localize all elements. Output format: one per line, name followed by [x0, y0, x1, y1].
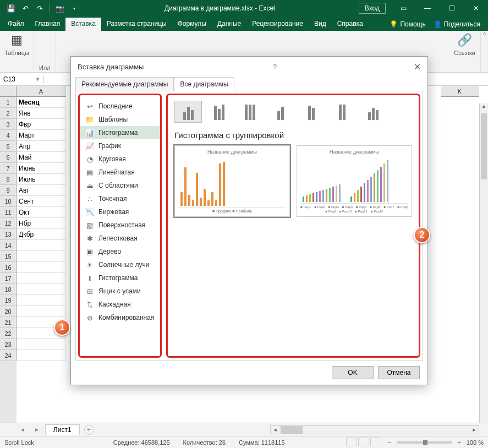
- chevron-down-icon[interactable]: ▼: [35, 77, 40, 82]
- col-header-A[interactable]: A: [17, 86, 66, 97]
- camera-icon[interactable]: 📷: [53, 2, 67, 15]
- zoom-level[interactable]: 100 %: [467, 439, 484, 446]
- ok-button[interactable]: OK: [332, 366, 374, 379]
- row-header[interactable]: 3: [0, 119, 17, 130]
- subtype-100-stacked-column[interactable]: [236, 101, 264, 123]
- row-header[interactable]: 8: [0, 174, 17, 185]
- tab-page-layout[interactable]: Разметка страницы: [101, 18, 172, 31]
- cell[interactable]: [17, 350, 66, 361]
- cell[interactable]: Апр: [17, 141, 66, 152]
- cell[interactable]: Май: [17, 152, 66, 163]
- select-all-corner[interactable]: [0, 86, 17, 97]
- row-header[interactable]: 6: [0, 152, 17, 163]
- chart-category-item[interactable]: ⛰С областями: [80, 179, 160, 192]
- row-header[interactable]: 4: [0, 130, 17, 141]
- chart-category-item[interactable]: ▣Дерево: [80, 245, 160, 258]
- cell[interactable]: [17, 295, 66, 306]
- cell[interactable]: Фвр: [17, 119, 66, 130]
- cell[interactable]: [17, 262, 66, 273]
- chart-category-item[interactable]: ▧Поверхностная: [80, 218, 160, 232]
- row-header[interactable]: 5: [0, 141, 17, 152]
- subtype-3d-stacked[interactable]: [298, 101, 325, 123]
- tab-insert[interactable]: Вставка: [65, 18, 101, 31]
- dialog-close-button[interactable]: ✕: [414, 62, 421, 72]
- view-buttons[interactable]: [346, 438, 382, 447]
- subtype-clustered-column[interactable]: [174, 101, 202, 123]
- row-header[interactable]: 2: [0, 108, 17, 119]
- sheet-nav-prev-icon[interactable]: ◄: [17, 427, 29, 433]
- undo-icon[interactable]: ↶: [19, 2, 32, 15]
- tab-view[interactable]: Вид: [309, 18, 332, 31]
- ribbon-group-illustrations[interactable]: Илл: [34, 31, 56, 72]
- tab-home[interactable]: Главная: [30, 18, 66, 31]
- chart-preview-2[interactable]: Название диаграммы ■ Ряд1■ Ряд2■ Ряд3■ Р…: [297, 145, 412, 217]
- horizontal-scrollbar[interactable]: ◄►: [270, 425, 479, 434]
- row-header[interactable]: 22: [0, 328, 17, 339]
- zoom-in-button[interactable]: +: [457, 439, 460, 446]
- cell[interactable]: Окт: [17, 207, 66, 218]
- chart-category-item[interactable]: ☀Солнечные лучи: [80, 258, 160, 271]
- tab-help[interactable]: Справка: [332, 18, 369, 31]
- col-header-K[interactable]: K: [441, 86, 479, 97]
- tell-me[interactable]: 💡Помощь: [390, 20, 425, 28]
- cell[interactable]: Июль: [17, 174, 66, 185]
- chart-category-item[interactable]: ✱Лепестковая: [80, 232, 160, 245]
- row-header[interactable]: 12: [0, 218, 17, 229]
- cell[interactable]: Дкбр: [17, 229, 66, 240]
- tab-review[interactable]: Рецензирование: [246, 18, 309, 31]
- cell[interactable]: Нбр: [17, 218, 66, 229]
- cell[interactable]: [17, 339, 66, 350]
- row-header[interactable]: 24: [0, 350, 17, 361]
- save-icon[interactable]: 💾: [4, 2, 18, 15]
- row-header[interactable]: 21: [0, 317, 17, 328]
- vertical-scrollbar[interactable]: ▲: [479, 103, 488, 423]
- row-header[interactable]: 23: [0, 339, 17, 350]
- cell[interactable]: [17, 284, 66, 295]
- name-box[interactable]: C13▼: [0, 75, 44, 83]
- sign-in-button[interactable]: Вход: [359, 3, 386, 14]
- chart-category-item[interactable]: ⊞Ящик с усами: [80, 285, 160, 298]
- chart-category-item[interactable]: ↩Последние: [80, 100, 160, 113]
- row-header[interactable]: 11: [0, 207, 17, 218]
- tab-all-charts[interactable]: Все диаграммы: [174, 77, 234, 91]
- chart-category-item[interactable]: 📈График: [80, 139, 160, 152]
- row-header[interactable]: 19: [0, 295, 17, 306]
- add-sheet-button[interactable]: +: [84, 425, 94, 435]
- tab-recommended-charts[interactable]: Рекомендуемые диаграммы: [75, 77, 174, 91]
- row-header[interactable]: 10: [0, 196, 17, 207]
- cell[interactable]: Авг: [17, 185, 66, 196]
- subtype-stacked-column[interactable]: [205, 101, 233, 123]
- row-header[interactable]: 14: [0, 240, 17, 251]
- row-header[interactable]: 9: [0, 185, 17, 196]
- cell[interactable]: [17, 251, 66, 262]
- row-header[interactable]: 7: [0, 163, 17, 174]
- cell[interactable]: Янв: [17, 108, 66, 119]
- row-header[interactable]: 1: [0, 97, 17, 108]
- ribbon-collapse-icon[interactable]: ^: [480, 31, 488, 72]
- sheet-tab[interactable]: Лист1: [45, 424, 80, 435]
- tab-data[interactable]: Данные: [212, 18, 246, 31]
- chart-category-item[interactable]: ∴Точечная: [80, 192, 160, 205]
- zoom-out-button[interactable]: −: [388, 439, 391, 446]
- minimize-button[interactable]: —: [415, 0, 440, 17]
- ribbon-display-icon[interactable]: ▭: [391, 0, 415, 17]
- cell[interactable]: [17, 240, 66, 251]
- cell[interactable]: Сент: [17, 196, 66, 207]
- cell[interactable]: Март: [17, 130, 66, 141]
- chart-category-item[interactable]: 📁Шаблоны: [80, 113, 160, 126]
- ribbon-group-links[interactable]: 🔗 Ссылки: [449, 31, 480, 72]
- redo-icon[interactable]: ↷: [33, 2, 46, 15]
- tab-file[interactable]: Файл: [2, 18, 30, 31]
- chart-category-item[interactable]: 📊Гистограмма: [80, 126, 160, 139]
- tab-formulas[interactable]: Формулы: [172, 18, 212, 31]
- subtype-3d-column[interactable]: [359, 101, 387, 123]
- qat-dropdown-icon[interactable]: ▾: [68, 2, 81, 15]
- row-header[interactable]: 20: [0, 306, 17, 317]
- chart-category-item[interactable]: ⇅Каскадная: [80, 298, 160, 311]
- cell[interactable]: Месяц: [17, 97, 66, 108]
- chart-category-item[interactable]: ▤Линейчатая: [80, 166, 160, 179]
- cancel-button[interactable]: Отмена: [378, 366, 420, 379]
- chart-category-item[interactable]: ⊕Комбинированная: [80, 311, 160, 324]
- chart-category-item[interactable]: 📉Биржевая: [80, 205, 160, 218]
- row-header[interactable]: 16: [0, 262, 17, 273]
